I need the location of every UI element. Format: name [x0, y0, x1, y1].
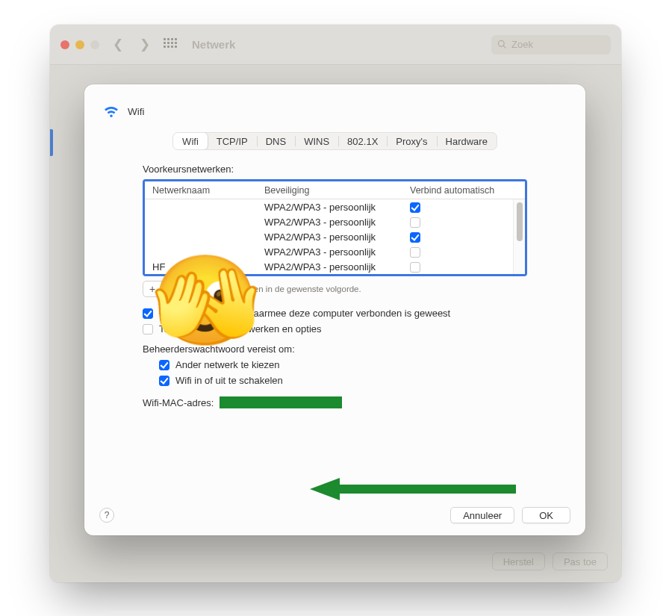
network-security: WPA2/WPA3 - persoonlijk — [257, 217, 402, 228]
tab-wifi[interactable]: Wifi — [172, 132, 208, 150]
auto-join-checkbox[interactable] — [410, 232, 420, 243]
mac-address-redacted — [220, 396, 342, 408]
tab-8021x[interactable]: 802.1X — [338, 133, 387, 149]
wifi-icon — [102, 101, 120, 122]
col-auto[interactable]: Verbind automatisch — [402, 185, 525, 196]
table-header: Netwerknaam Beveiliging Verbind automati… — [145, 181, 525, 199]
table-row[interactable]: WPA2/WPA3 - persoonlijk — [145, 229, 525, 244]
admin-option-label: Wifi in of uit te schakelen — [175, 375, 283, 386]
auto-join-checkbox[interactable] — [410, 247, 420, 258]
admin-option[interactable]: Wifi in of uit te schakelen — [159, 375, 527, 386]
admin-option-checkbox[interactable] — [159, 376, 169, 386]
auto-join-checkbox[interactable] — [410, 202, 420, 213]
preferred-networks-label: Voorkeursnetwerken: — [143, 164, 527, 175]
tab-hardware[interactable]: Hardware — [437, 133, 497, 149]
table-row[interactable]: WPA2/WPA3 - persoonlijk — [145, 199, 525, 214]
cancel-button[interactable]: Annuleer — [450, 507, 514, 523]
mac-address-label: Wifi-MAC-adres: — [143, 397, 214, 408]
network-auto-cell — [402, 201, 525, 213]
network-auto-cell — [402, 231, 525, 243]
col-name[interactable]: Netwerknaam — [145, 185, 257, 196]
auto-join-checkbox[interactable] — [410, 217, 420, 228]
table-scrollbar[interactable] — [513, 199, 525, 274]
network-security: WPA2/WPA3 - persoonlijk — [257, 261, 402, 273]
tab-tcpip[interactable]: TCP/IP — [208, 133, 257, 149]
tab-bar: WifiTCP/IPDNSWINS802.1XProxy'sHardware — [102, 132, 567, 150]
admin-option-label: Ander netwerk te kiezen — [175, 359, 279, 370]
admin-option[interactable]: Ander netwerk te kiezen — [159, 359, 527, 370]
sheet-title: Wifi — [128, 106, 145, 117]
network-auto-cell — [402, 261, 525, 273]
network-auto-cell — [402, 246, 525, 258]
network-security: WPA2/WPA3 - persoonlijk — [257, 202, 402, 213]
svg-marker-0 — [310, 478, 516, 500]
censor-emoji-icon: 🫣 — [151, 256, 261, 344]
scrollbar-thumb[interactable] — [517, 202, 523, 241]
network-security: WPA2/WPA3 - persoonlijk — [257, 231, 402, 243]
network-auto-cell — [402, 216, 525, 228]
network-security: WPA2/WPA3 - persoonlijk — [257, 246, 402, 258]
tab-wins[interactable]: WINS — [295, 133, 338, 149]
tab-proxys[interactable]: Proxy's — [387, 133, 436, 149]
auto-join-checkbox[interactable] — [410, 262, 420, 273]
admin-option-checkbox[interactable] — [159, 360, 169, 370]
table-row[interactable]: WPA2/WPA3 - persoonlijk — [145, 214, 525, 229]
tab-dns[interactable]: DNS — [257, 133, 295, 149]
ok-button[interactable]: OK — [522, 507, 570, 523]
annotation-arrow-icon — [310, 478, 519, 506]
col-security[interactable]: Beveiliging — [257, 185, 402, 196]
help-button[interactable]: ? — [99, 508, 114, 523]
